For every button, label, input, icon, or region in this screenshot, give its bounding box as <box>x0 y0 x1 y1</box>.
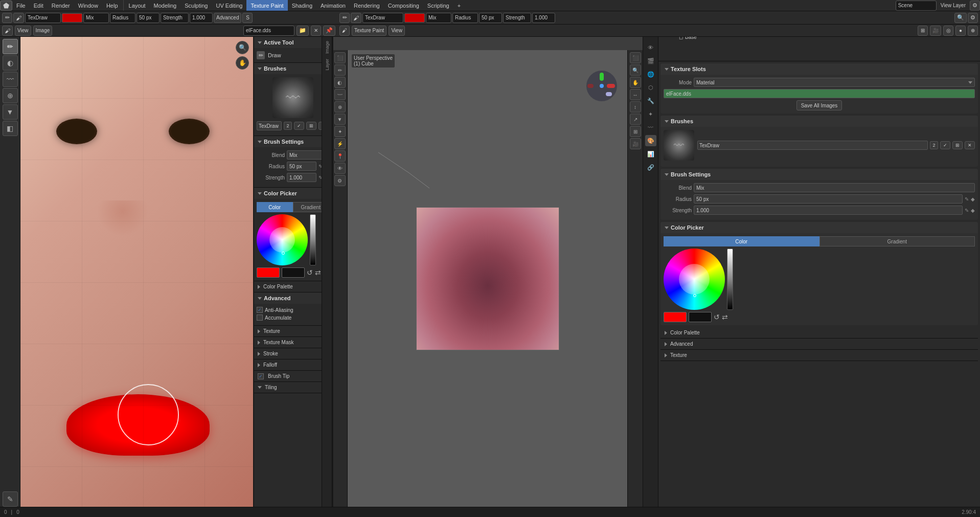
soften-tool[interactable]: ◐ <box>3 55 18 71</box>
main-canvas[interactable]: 🔍 ✋ <box>20 37 253 507</box>
r-toolbar-icon[interactable]: ✏ <box>339 13 350 23</box>
brush-name-field[interactable]: TexDraw <box>25 13 61 23</box>
advanced-header[interactable]: Advanced <box>254 293 332 304</box>
r-brightness-bar[interactable] <box>727 249 733 310</box>
brush-name-display[interactable]: TexDraw <box>257 121 282 130</box>
r-gradient-tab-btn[interactable]: Gradient <box>819 236 975 246</box>
r-radius-edit[interactable]: ✎ <box>965 196 969 202</box>
menu-file[interactable]: File <box>12 0 30 11</box>
color-swatch-toolbar[interactable] <box>62 13 82 23</box>
brush-tip-item[interactable]: ✓ Brush Tip <box>254 371 332 382</box>
r-icons-small[interactable]: ⊞ <box>918 26 928 36</box>
right-brushes-header[interactable]: Brushes <box>660 116 978 127</box>
hand-btn[interactable]: ✋ <box>236 56 249 70</box>
mode-modeling[interactable]: Modeling <box>150 0 181 11</box>
color-picker-header[interactable]: Color Picker <box>254 188 332 199</box>
mode-texture-paint[interactable]: Texture Paint <box>246 0 287 11</box>
ml-icon1[interactable]: ⬛ <box>334 52 346 63</box>
scene-field[interactable]: Scene <box>896 1 937 11</box>
advanced-btn[interactable]: Advanced <box>214 13 241 23</box>
ml-icon11[interactable]: ⚙ <box>334 175 346 186</box>
right-color-picker-header[interactable]: Color Picker <box>660 222 978 233</box>
r-blend-field[interactable]: Mix <box>426 13 451 23</box>
mode-sculpting[interactable]: Sculpting <box>180 0 212 11</box>
mode-scripting[interactable]: Scripting <box>423 0 453 11</box>
r-view-btn[interactable]: View <box>389 26 405 36</box>
toolbar-icon-btn[interactable]: ✏ <box>2 13 12 23</box>
zoom-btn[interactable]: 🔍 <box>236 41 249 54</box>
side-tab-image[interactable]: Image <box>324 39 331 56</box>
filename-field[interactable]: elFace.dds <box>243 26 294 36</box>
falloff-item[interactable]: Falloff <box>254 359 332 371</box>
mr-icon8[interactable]: 🎥 <box>630 138 641 149</box>
mr-icon6[interactable]: ↗ <box>630 114 641 125</box>
r-brush-name-field[interactable]: TexDraw <box>362 13 403 23</box>
r-radius-type-field[interactable]: Radius <box>452 13 478 23</box>
mask-tool[interactable]: ◧ <box>3 121 18 136</box>
nav-gizmo[interactable] <box>586 71 617 101</box>
menu-window[interactable]: Window <box>74 0 102 11</box>
menu-render[interactable]: Render <box>48 0 74 11</box>
ml-icon4[interactable]: 〰 <box>334 89 346 100</box>
accumulate-checkbox[interactable] <box>257 314 263 321</box>
texture-slot-item[interactable]: elFace.dds <box>664 89 975 98</box>
brush-check-btn[interactable]: ✓ <box>294 122 304 130</box>
r-color-tab-btn[interactable]: Color <box>664 236 819 246</box>
texture-mask-item[interactable]: Texture Mask <box>254 337 332 348</box>
r-fg-swatch[interactable] <box>664 312 687 322</box>
active-tool-header[interactable]: Active Tool <box>254 37 332 48</box>
brush-preview-icon[interactable]: 〰 <box>272 77 313 118</box>
mode-animation[interactable]: Animation <box>316 0 350 11</box>
menu-edit[interactable]: Edit <box>30 0 48 11</box>
close-file-btn[interactable]: ✕ <box>311 26 321 36</box>
ml-icon2[interactable]: ✏ <box>334 64 346 76</box>
tiling-item[interactable]: Tiling <box>254 382 332 393</box>
menu-help[interactable]: Help <box>102 0 122 11</box>
r-color-wheel[interactable] <box>664 249 725 310</box>
r-brush-check[interactable]: ✓ <box>940 141 950 149</box>
right-brush-settings-header[interactable]: Brush Settings <box>660 169 978 180</box>
radius-value-field[interactable]: 50 px <box>136 13 159 23</box>
r-strength-field[interactable]: 1.000 <box>694 206 963 215</box>
blend-field[interactable]: Mix <box>83 13 109 23</box>
r-brush-copy[interactable]: ⊞ <box>952 141 963 149</box>
props-icon-constraint[interactable]: 🔗 <box>645 162 656 173</box>
mode-layout[interactable]: Layout <box>125 0 150 11</box>
annotate-tool[interactable]: ✎ <box>3 491 18 507</box>
color-tab-btn[interactable]: Color <box>257 202 293 212</box>
mode-uv-editing[interactable]: UV Editing <box>212 0 246 11</box>
r-texture-item[interactable]: Texture <box>660 350 978 361</box>
r-camera-btn[interactable]: 🎥 <box>930 26 941 36</box>
toolbar-brush-icon[interactable]: 🖌 <box>13 13 24 23</box>
smear-tool[interactable]: 〰 <box>3 72 18 87</box>
r-brush-del[interactable]: ✕ <box>965 141 975 149</box>
r-icons-btn[interactable]: 🔍 <box>954 13 967 23</box>
props-icon-world[interactable]: 🌐 <box>645 69 656 80</box>
r-settings-btn[interactable]: ⚙ <box>968 13 978 23</box>
mr-icon2[interactable]: 🔍 <box>630 64 641 76</box>
mode-shading[interactable]: Shading <box>288 0 316 11</box>
save-all-btn[interactable]: Save All Images <box>796 100 842 110</box>
r-swap-btn[interactable]: ⇄ <box>722 313 728 321</box>
r-toolbar-brush-icon[interactable]: 🖌 <box>351 13 361 23</box>
s-btn[interactable]: S <box>242 13 253 23</box>
props-icon-scene[interactable]: 🎬 <box>645 55 656 66</box>
mr-icon1[interactable]: ⬛ <box>630 52 641 63</box>
ml-icon9[interactable]: 📍 <box>334 150 346 162</box>
settings-btn[interactable]: ⚙ <box>970 1 980 11</box>
texture-slots-header[interactable]: Texture Slots <box>660 63 978 75</box>
brush-copy-btn[interactable]: ⊞ <box>306 122 316 130</box>
brush-settings-header[interactable]: Brush Settings <box>254 136 332 147</box>
r-brush-name-display[interactable]: TexDraw <box>697 141 928 150</box>
color-palette-item[interactable]: Color Palette <box>254 281 332 293</box>
r-mode-icon[interactable]: 🖌 <box>339 26 350 36</box>
mid-canvas[interactable]: User Perspective (1) Cube <box>348 50 627 507</box>
props-icon-material[interactable]: 🎨 <box>645 135 656 146</box>
brushes-header[interactable]: Brushes <box>254 63 332 74</box>
r-strength-value-field[interactable]: 1.000 <box>532 13 555 23</box>
r-transform-btn[interactable]: ⊕ <box>968 26 978 36</box>
r-blend-field[interactable]: Mix <box>694 183 975 192</box>
r-color-swatch-toolbar[interactable] <box>404 13 425 23</box>
fill-tool[interactable]: ▼ <box>3 104 18 120</box>
divider-2[interactable] <box>332 37 333 507</box>
